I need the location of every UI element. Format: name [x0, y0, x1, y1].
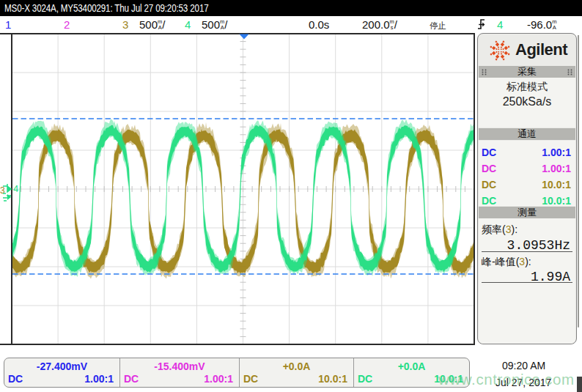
svg-text:3: 3 [0, 185, 5, 196]
svg-text:4: 4 [13, 183, 18, 194]
